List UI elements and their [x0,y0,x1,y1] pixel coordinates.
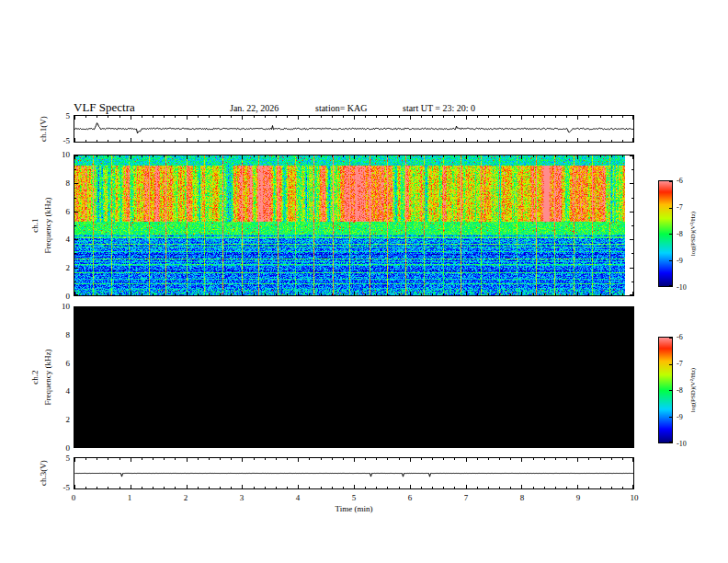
ch1-voltage-axis-label: ch.1(V) [39,116,48,142]
x-tick-label: 8 [520,493,525,502]
ch2-row-label: ch.2 [30,370,40,384]
y-tick-label: -5 [57,483,70,492]
ch1-frequency-axis-label: Frequency (kHz) [43,197,52,253]
y-tick-label: 4 [57,386,70,396]
ch2-spectrogram-panel [74,306,634,448]
colorbar-tick-label: -10 [677,440,687,448]
figure-start-ut: start UT = 23: 20: 0 [403,103,475,113]
y-tick-label: 10 [57,150,70,159]
colorbar-tick-label: -10 [677,283,687,292]
colorbar-tick-label: -7 [677,203,683,212]
ch1-colorbar-canvas [659,181,672,286]
vlf-spectra-figure: VLF Spectra Jan. 22, 2026 station= KAG s… [0,0,728,563]
x-tick-label: 6 [408,493,413,502]
ch1-waveform-canvas [74,116,633,142]
figure-title: VLF Spectra [74,100,135,115]
ch1-row-label: ch.1 [30,218,40,232]
x-tick-label: 7 [464,493,469,502]
ch3-waveform-canvas [74,458,633,488]
y-tick-label: 8 [57,178,70,188]
y-tick-label: 6 [57,359,70,368]
colorbar-tick-label: -8 [677,230,683,238]
x-axis-title: Time (min) [336,504,373,513]
colorbar-tick-label: -9 [677,413,683,421]
ch1-waveform-panel [74,115,634,143]
x-tick-label: 4 [296,493,301,502]
y-tick-label: -5 [57,136,70,145]
y-tick-label: 4 [57,235,70,244]
colorbar-tick-label: -9 [677,257,683,265]
colorbar-tick-label: -6 [677,333,683,341]
y-tick-label: 8 [57,330,70,339]
figure-date: Jan. 22, 2026 [230,103,279,113]
x-tick-label: 1 [128,493,132,502]
ch1-colorbar-label: log(PSD)(V²/Hz) [689,212,697,256]
y-tick-label: 2 [57,263,70,272]
ch1-colorbar [658,180,673,287]
x-tick-label: 10 [631,493,639,502]
ch3-voltage-axis-label: ch.3(V) [39,460,48,486]
y-tick-label: 0 [57,443,70,453]
figure-station: station= KAG [315,103,367,113]
y-tick-label: 5 [57,454,70,463]
y-tick-label: 10 [57,302,70,311]
x-tick-label: 0 [72,493,76,502]
ch2-colorbar-label: log(PSD)(V²/Hz) [689,368,697,412]
ch1-spectrogram-panel [74,155,634,296]
ch2-colorbar [658,337,673,443]
y-tick-label: 6 [57,207,70,216]
x-tick-label: 5 [352,493,357,502]
y-tick-label: 5 [57,111,70,121]
colorbar-tick-label: -7 [677,360,683,368]
ch2-colorbar-canvas [659,338,672,442]
ch2-frequency-axis-label: Frequency (kHz) [43,349,52,405]
y-tick-label: 0 [57,292,70,301]
x-tick-label: 2 [184,493,188,502]
colorbar-tick-label: -6 [677,177,683,185]
x-tick-label: 3 [240,493,245,502]
ch3-waveform-panel [74,457,634,489]
x-tick-label: 9 [576,493,581,502]
y-tick-label: 2 [57,415,70,424]
ch2-spectrogram-canvas [74,307,633,447]
colorbar-tick-label: -8 [677,386,683,395]
ch1-spectrogram-canvas [74,155,633,295]
